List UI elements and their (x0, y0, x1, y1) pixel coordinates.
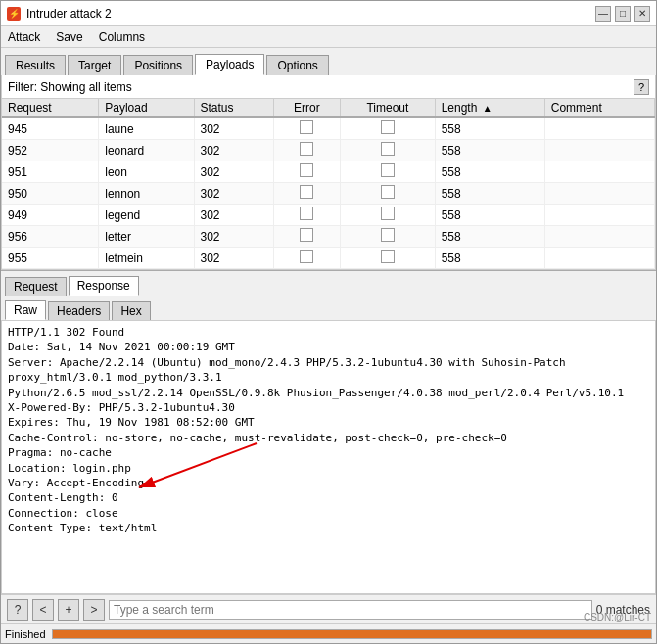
table-row[interactable]: 951 leon 302 558 (2, 161, 655, 183)
cell-status: 302 (194, 248, 273, 269)
error-checkbox (300, 207, 313, 220)
error-checkbox (300, 185, 313, 199)
cell-payload: letter (99, 226, 194, 248)
help-button[interactable]: ? (7, 599, 28, 621)
cell-comment (544, 269, 654, 271)
prev-button[interactable]: < (32, 599, 54, 621)
cell-request: 951 (2, 161, 99, 183)
main-window: ⚡ Intruder attack 2 — □ ✕ Attack Save Co… (0, 0, 657, 644)
menu-columns[interactable]: Columns (96, 29, 148, 45)
next-button[interactable]: > (83, 599, 105, 621)
table-body: 945 laune 302 558 952 leonard 302 558 95… (2, 117, 655, 270)
cell-length: 558 (435, 140, 544, 161)
table-header-row: Request Payload Status Error Timeout Len… (2, 99, 655, 117)
status-bar: Finished (1, 623, 656, 643)
table-row[interactable]: 954 lestat 302 558 (2, 269, 655, 271)
main-tabs: Results Target Positions Payloads Option… (1, 48, 656, 75)
filter-help-button[interactable]: ? (634, 79, 649, 95)
cell-payload: laune (99, 117, 194, 140)
response-area[interactable]: HTTP/1.1 302 Found Date: Sat, 14 Nov 202… (1, 321, 656, 594)
tab-headers[interactable]: Headers (48, 301, 110, 320)
timeout-checkbox (381, 185, 395, 199)
response-content: HTTP/1.1 302 Found Date: Sat, 14 Nov 202… (8, 325, 649, 535)
timeout-checkbox (381, 207, 395, 220)
cell-payload: leon (99, 161, 194, 183)
tab-results[interactable]: Results (5, 55, 66, 75)
progress-bar (52, 629, 652, 639)
table-row[interactable]: 950 lennon 302 558 (2, 183, 655, 205)
cell-request: 945 (2, 117, 99, 140)
tab-response[interactable]: Response (69, 276, 139, 296)
cell-timeout (341, 161, 435, 183)
tab-options[interactable]: Options (266, 55, 328, 75)
cell-error (273, 226, 340, 248)
cell-timeout (341, 205, 435, 226)
table-row[interactable]: 956 letter 302 558 (2, 226, 655, 248)
progress-fill (53, 630, 651, 638)
cell-error (273, 161, 340, 183)
cell-payload: letmein (99, 248, 194, 269)
tab-target[interactable]: Target (68, 55, 121, 75)
cell-timeout (341, 183, 435, 205)
cell-error (273, 248, 340, 269)
error-checkbox (300, 120, 313, 134)
cell-comment (544, 161, 654, 183)
table-row[interactable]: 955 letmein 302 558 (2, 248, 655, 269)
col-header-payload[interactable]: Payload (99, 99, 194, 117)
timeout-checkbox (381, 228, 395, 242)
cell-comment (544, 248, 654, 269)
filter-bar: Filter: Showing all items ? (1, 75, 656, 99)
cell-timeout (341, 248, 435, 269)
menu-attack[interactable]: Attack (5, 29, 43, 45)
col-header-length[interactable]: Length ▲ (435, 99, 544, 117)
tab-payloads[interactable]: Payloads (195, 54, 264, 75)
cell-request: 954 (2, 269, 99, 271)
status-text: Finished (5, 628, 46, 640)
req-response-tabs: Request Response (1, 270, 656, 296)
col-header-error[interactable]: Error (273, 99, 340, 117)
cell-request: 952 (2, 140, 99, 161)
table-row[interactable]: 949 legend 302 558 (2, 205, 655, 226)
cell-error (273, 269, 340, 271)
error-checkbox (300, 163, 313, 177)
tab-raw[interactable]: Raw (5, 300, 46, 320)
minimize-button[interactable]: — (595, 6, 611, 22)
maximize-button[interactable]: □ (615, 6, 631, 22)
cell-comment (544, 183, 654, 205)
cell-error (273, 117, 340, 140)
tab-positions[interactable]: Positions (123, 55, 193, 75)
timeout-checkbox (381, 142, 395, 156)
cell-request: 949 (2, 205, 99, 226)
sort-arrow-icon: ▲ (483, 103, 493, 114)
tab-request[interactable]: Request (5, 277, 67, 296)
col-header-status[interactable]: Status (194, 99, 273, 117)
tab-hex[interactable]: Hex (112, 301, 150, 320)
cell-payload: lennon (99, 183, 194, 205)
cell-request: 956 (2, 226, 99, 248)
menu-save[interactable]: Save (53, 29, 85, 45)
cell-status: 302 (194, 183, 273, 205)
cell-payload: leonard (99, 140, 194, 161)
cell-payload: lestat (99, 269, 194, 271)
results-table: Request Payload Status Error Timeout Len… (2, 99, 655, 270)
cell-status: 302 (194, 226, 273, 248)
cell-status: 302 (194, 269, 273, 271)
col-header-request[interactable]: Request (2, 99, 99, 117)
cell-error (273, 183, 340, 205)
table-row[interactable]: 952 leonard 302 558 (2, 140, 655, 161)
col-header-timeout[interactable]: Timeout (341, 99, 435, 117)
cell-length: 558 (435, 248, 544, 269)
title-bar: ⚡ Intruder attack 2 — □ ✕ (1, 1, 656, 26)
title-bar-left: ⚡ Intruder attack 2 (7, 7, 112, 21)
search-input[interactable] (109, 600, 592, 620)
title-controls: — □ ✕ (595, 6, 650, 22)
cell-payload: legend (99, 205, 194, 226)
cell-status: 302 (194, 161, 273, 183)
cell-comment (544, 226, 654, 248)
menu-bar: Attack Save Columns (1, 26, 656, 48)
col-header-comment[interactable]: Comment (544, 99, 654, 117)
table-row[interactable]: 945 laune 302 558 (2, 117, 655, 140)
close-button[interactable]: ✕ (634, 6, 650, 22)
add-button[interactable]: + (58, 599, 79, 621)
error-checkbox (300, 142, 313, 156)
